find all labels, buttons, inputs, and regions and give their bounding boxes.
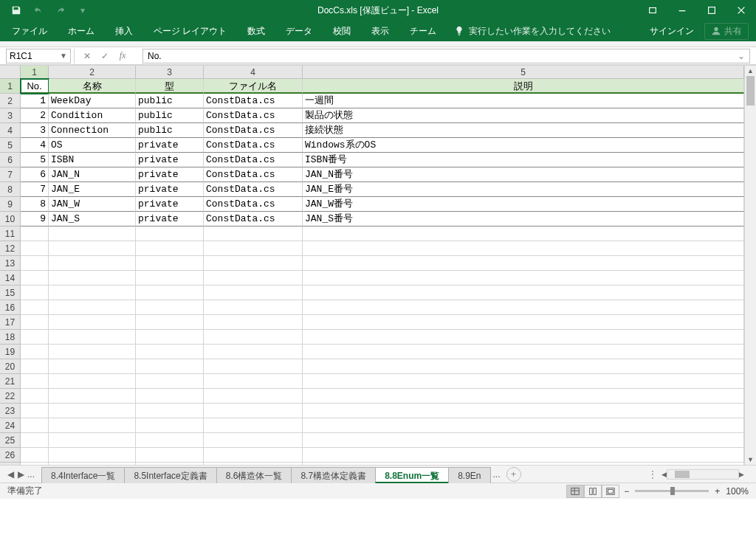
cell[interactable] [49, 359, 136, 374]
minimize-button[interactable] [667, 0, 697, 21]
row-header[interactable]: 13 [0, 256, 21, 271]
zoom-slider[interactable] [635, 490, 709, 492]
cell[interactable]: JAN_W番号 [303, 197, 744, 212]
select-all-corner[interactable] [0, 66, 21, 79]
cell[interactable]: 4 [21, 138, 49, 153]
column-header[interactable]: 5 [303, 66, 744, 79]
horizontal-scrollbar[interactable] [667, 469, 739, 480]
insert-function-button[interactable]: fx [114, 50, 131, 61]
cell[interactable]: 名称 [49, 79, 136, 94]
cell[interactable] [136, 374, 204, 389]
row-header[interactable]: 24 [0, 418, 21, 433]
cell[interactable]: ConstData.cs [204, 212, 303, 226]
sheet-nav-prev-icon[interactable]: ◀ [6, 469, 15, 480]
cell[interactable] [204, 300, 303, 315]
cell[interactable] [49, 330, 136, 345]
sheet-overflow[interactable]: ... [493, 469, 501, 480]
cell[interactable] [136, 226, 204, 241]
cell[interactable] [303, 226, 744, 241]
row-header[interactable]: 9 [0, 197, 21, 212]
cell[interactable]: 1 [21, 94, 49, 108]
cell[interactable] [136, 448, 204, 463]
cell[interactable] [303, 315, 744, 330]
cell[interactable] [21, 433, 49, 448]
cell[interactable] [303, 345, 744, 359]
cell[interactable] [21, 345, 49, 359]
cell[interactable] [21, 448, 49, 463]
cell[interactable]: Condition [49, 108, 136, 123]
cell[interactable]: ISBN番号 [303, 153, 744, 167]
cell[interactable] [136, 418, 204, 433]
cell[interactable]: OS [49, 138, 136, 153]
cell[interactable] [204, 418, 303, 433]
cell[interactable]: ConstData.cs [204, 153, 303, 167]
cell[interactable] [204, 315, 303, 330]
cell[interactable] [21, 241, 49, 256]
row-header[interactable]: 8 [0, 182, 21, 197]
sheet-nav[interactable]: ◀ ▶ ... [0, 469, 41, 480]
row-header[interactable]: 26 [0, 448, 21, 463]
column-headers[interactable]: 12345 [21, 66, 756, 79]
cell[interactable] [303, 330, 744, 345]
cell[interactable]: ファイル名 [204, 79, 303, 94]
row-header[interactable]: 11 [0, 226, 21, 241]
row-header[interactable]: 18 [0, 330, 21, 345]
cell[interactable]: private [136, 153, 204, 167]
cell[interactable] [21, 286, 49, 300]
scrollbar-thumb[interactable] [746, 76, 755, 106]
cell[interactable]: public [136, 94, 204, 108]
cell[interactable]: 2 [21, 108, 49, 123]
sheet-tab[interactable]: 8.4Interface一覧 [41, 467, 125, 483]
column-header[interactable]: 2 [49, 66, 136, 79]
cell[interactable] [204, 330, 303, 345]
row-header[interactable]: 5 [0, 138, 21, 153]
cell[interactable]: ConstData.cs [204, 167, 303, 182]
cell[interactable] [136, 433, 204, 448]
namebox-dropdown-icon[interactable]: ▼ [60, 52, 67, 60]
row-header[interactable]: 10 [0, 212, 21, 226]
cell[interactable] [136, 359, 204, 374]
save-button[interactable] [6, 1, 27, 19]
cell[interactable] [136, 271, 204, 286]
cell[interactable]: public [136, 108, 204, 123]
cell[interactable]: private [136, 197, 204, 212]
cell[interactable] [204, 241, 303, 256]
row-header[interactable]: 14 [0, 271, 21, 286]
cell[interactable] [136, 330, 204, 345]
cell[interactable]: 説明 [303, 79, 744, 94]
zoom-out-button[interactable]: − [624, 486, 629, 497]
cell[interactable] [303, 448, 744, 463]
cell[interactable] [204, 374, 303, 389]
cell[interactable] [303, 271, 744, 286]
redo-button[interactable] [50, 1, 71, 19]
cell[interactable]: WeekDay [49, 94, 136, 108]
hscroll-thumb[interactable] [675, 471, 690, 478]
hscroll-left-icon[interactable]: ◀ [662, 471, 667, 478]
cell[interactable] [49, 286, 136, 300]
row-header[interactable]: 4 [0, 123, 21, 138]
qat-customize[interactable]: ▾ [72, 1, 93, 19]
cell[interactable]: private [136, 167, 204, 182]
scroll-down-icon[interactable]: ▼ [745, 454, 756, 465]
cell[interactable] [49, 404, 136, 418]
tab-data[interactable]: データ [275, 21, 323, 41]
cell[interactable]: 6 [21, 167, 49, 182]
cell[interactable] [21, 418, 49, 433]
close-button[interactable] [726, 0, 756, 21]
cell[interactable]: ISBN [49, 153, 136, 167]
row-header[interactable]: 21 [0, 374, 21, 389]
cell[interactable]: ConstData.cs [204, 94, 303, 108]
cell[interactable]: public [136, 123, 204, 138]
cell[interactable] [49, 374, 136, 389]
row-header[interactable]: 22 [0, 389, 21, 404]
cell[interactable] [21, 389, 49, 404]
cell[interactable]: 3 [21, 123, 49, 138]
cell[interactable] [136, 256, 204, 271]
cell[interactable] [49, 418, 136, 433]
cell[interactable] [49, 300, 136, 315]
cell[interactable]: JAN_N [49, 167, 136, 182]
cell[interactable]: 一週間 [303, 94, 744, 108]
cell[interactable] [303, 389, 744, 404]
cell[interactable] [21, 315, 49, 330]
cell[interactable]: private [136, 138, 204, 153]
